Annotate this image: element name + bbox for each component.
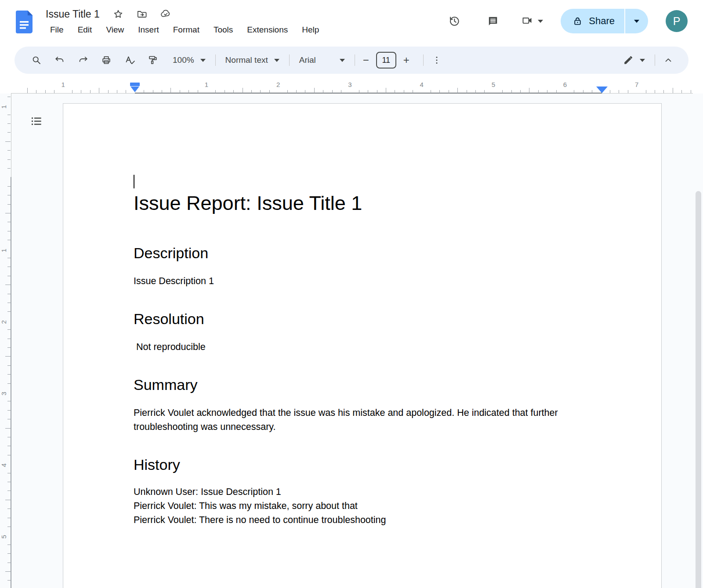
menu-view[interactable]: View [101,24,128,36]
font-value: Arial [299,55,316,65]
video-call-icon [521,15,533,27]
ruler-number: 6 [563,81,567,88]
toolbar-divider [289,54,290,66]
editing-mode-caret-icon [640,59,645,62]
text-cursor [134,175,134,188]
menu-insert[interactable]: Insert [134,24,163,36]
redo-icon[interactable] [74,51,92,69]
toolbar-divider [655,54,655,66]
horizontal-ruler[interactable]: 11234567 [0,80,703,94]
menu-format[interactable]: Format [169,24,204,36]
ruler-number: 3 [0,390,7,396]
spellcheck-icon[interactable] [121,51,138,69]
history-line-2[interactable]: Pierrick Voulet: This was my mistake, so… [134,499,593,513]
document-title[interactable]: Issue Title 1 [46,8,100,20]
ruler-number: 1 [0,103,7,109]
ruler-number: 3 [348,81,352,88]
zoom-value: 100% [173,55,194,65]
video-call-control[interactable] [521,15,543,27]
version-history-icon[interactable] [444,11,465,32]
ruler-number: 2 [0,317,7,324]
section-body-resolution[interactable]: Not reproducible [134,340,593,354]
share-label: Share [589,15,615,27]
vertical-scrollbar[interactable] [696,191,701,588]
history-line-3[interactable]: Pierrick Voulet: There is no need to con… [134,513,593,527]
print-icon[interactable] [98,51,115,69]
ruler-number: 4 [0,461,7,467]
ruler-number: 5 [0,533,7,539]
menu-tools[interactable]: Tools [209,24,237,36]
move-folder-icon[interactable] [137,9,147,19]
show-document-outline-icon[interactable] [26,111,47,131]
toolbar-divider [355,54,355,66]
font-caret-icon [340,59,345,62]
section-heading-history[interactable]: History [134,455,600,474]
avatar[interactable]: P [666,10,688,32]
paragraph-styles-control[interactable]: Normal text [220,55,285,65]
search-icon[interactable] [28,51,45,69]
document-canvas: Issue Report: Issue Title 1 Description … [0,94,703,588]
menu-help[interactable]: Help [297,24,323,36]
history-line-1[interactable]: Unknown User: Issue Description 1 [134,485,593,499]
zoom-control[interactable]: 100% [167,55,211,65]
ruler-text-area-line [11,177,11,588]
font-family-control[interactable]: Arial [294,55,350,65]
paint-format-icon[interactable] [144,51,162,69]
share-caret-icon [634,20,639,23]
docs-logo[interactable] [16,11,33,33]
video-call-caret-icon[interactable] [538,20,543,23]
header-left: Issue Title 1 [0,0,329,36]
section-heading-resolution[interactable]: Resolution [134,309,600,328]
comments-icon[interactable] [482,11,504,32]
ruler-number: 1 [61,81,65,88]
section-heading-description[interactable]: Description [134,243,600,263]
ruler-number: 1 [0,246,7,252]
menu-file[interactable]: File [46,24,68,36]
toolbar-divider [215,54,216,66]
styles-caret-icon [274,59,279,62]
doc-heading-title[interactable]: Issue Report: Issue Title 1 [134,191,600,216]
cloud-saved-icon[interactable] [160,9,171,19]
title-block: Issue Title 1 [46,6,329,36]
section-body-summary[interactable]: Pierrick Voulet acknowledged that the is… [134,406,593,434]
share-caret[interactable] [625,9,648,33]
left-indent-marker[interactable] [130,87,139,92]
menu-edit[interactable]: Edit [73,24,97,36]
editing-mode-control[interactable] [617,55,650,66]
share-main[interactable]: Share [561,9,624,33]
undo-icon[interactable] [51,51,69,69]
document-page[interactable]: Issue Report: Issue Title 1 Description … [63,103,662,588]
first-line-indent-marker[interactable] [130,83,140,86]
more-toolbar-options-icon[interactable] [428,51,446,69]
share-button[interactable]: Share [561,9,648,33]
section-heading-summary[interactable]: Summary [134,375,600,394]
decrease-font-size-button[interactable]: − [359,51,373,69]
section-body-description[interactable]: Issue Description 1 [134,274,593,288]
ruler-number: 2 [276,81,280,88]
header-right: Share P [444,9,688,33]
editing-mode-pencil-icon [623,55,634,66]
toolbar: 100% Normal text Arial − 11 + [14,47,689,74]
ruler-number: 7 [635,81,638,88]
star-icon[interactable] [113,9,123,19]
ruler-number: 4 [420,81,423,88]
app-header: Issue Title 1 [0,0,703,44]
ruler-number: 1 [205,81,208,88]
lock-icon [572,16,583,27]
toolbar-divider [423,54,424,66]
increase-font-size-button[interactable]: + [400,51,413,69]
vertical-ruler[interactable]: 112345 [0,94,11,588]
menu-bar: File Edit View Insert Format Tools Exten… [46,24,329,36]
ruler-number: 5 [492,81,495,88]
right-indent-marker[interactable] [596,87,608,93]
collapse-menus-icon[interactable] [660,51,677,69]
font-size-input[interactable]: 11 [376,52,396,69]
styles-value: Normal text [225,55,268,65]
menu-extensions[interactable]: Extensions [243,24,292,36]
zoom-caret-icon [200,59,206,62]
